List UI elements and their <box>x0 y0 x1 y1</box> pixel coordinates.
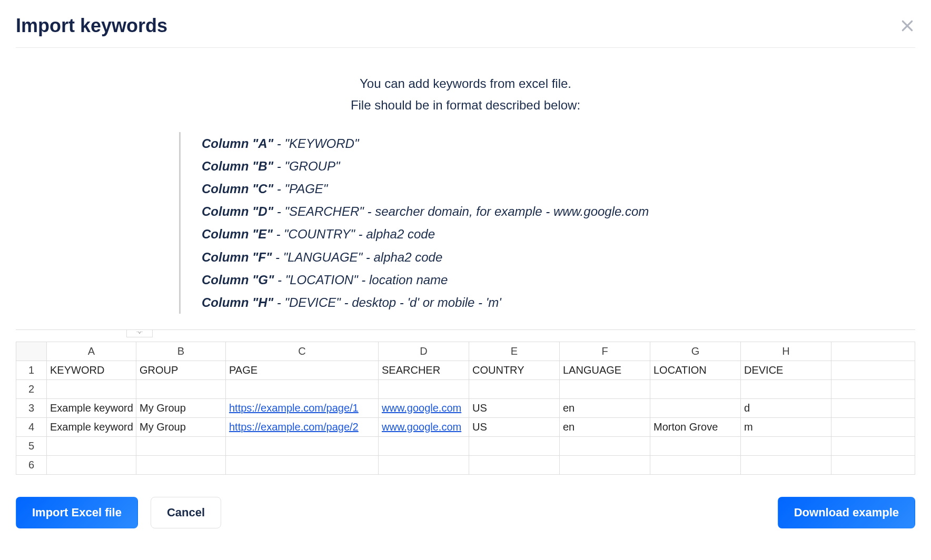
close-icon[interactable] <box>899 18 915 34</box>
sheet-cell: en <box>560 399 650 418</box>
sheet-link: https://example.com/page/2 <box>229 421 359 433</box>
table-row: 5 <box>16 437 915 456</box>
sheet-cell <box>831 380 915 399</box>
sheet-cell: en <box>560 418 650 437</box>
sheet-cell <box>469 456 560 475</box>
col-header-B: B <box>136 342 226 361</box>
sheet-cell <box>469 380 560 399</box>
sheet-cell: Example keyword <box>47 418 136 437</box>
format-col-d: Column "D" - "SEARCHER" - searcher domai… <box>202 200 649 223</box>
sheet-link: www.google.com <box>382 421 461 433</box>
example-spreadsheet: A B C D E F G H 1KEYWORDGROUPPAGESEARCHE… <box>16 342 915 475</box>
sheet-cell <box>136 456 226 475</box>
sheet-cell: LOCATION <box>650 361 741 380</box>
sheet-cell <box>831 437 915 456</box>
row-number: 5 <box>16 437 47 456</box>
format-col-f: Column "F" - "LANGUAGE" - alpha2 code <box>202 246 649 268</box>
sheet-cell: My Group <box>136 399 226 418</box>
sheet-cell: PAGE <box>226 361 379 380</box>
modal-header: Import keywords <box>16 0 915 48</box>
sheet-cell: https://example.com/page/1 <box>226 399 379 418</box>
col-header-D: D <box>379 342 469 361</box>
sheet-cell <box>650 456 741 475</box>
intro-line-1: You can add keywords from excel file. <box>351 73 580 95</box>
row-number: 1 <box>16 361 47 380</box>
table-row: 6 <box>16 456 915 475</box>
modal-actions: Import Excel file Cancel Download exampl… <box>16 475 915 528</box>
sheet-cell <box>741 380 831 399</box>
col-header-G: G <box>650 342 741 361</box>
table-row: 2 <box>16 380 915 399</box>
col-header-H: H <box>741 342 831 361</box>
table-row: 3Example keywordMy Grouphttps://example.… <box>16 399 915 418</box>
sheet-cell <box>831 361 915 380</box>
sheet-cell <box>650 380 741 399</box>
sheet-cell <box>47 456 136 475</box>
format-col-e: Column "E" - "COUNTRY" - alpha2 code <box>202 223 649 245</box>
row-number: 2 <box>16 380 47 399</box>
sheet-cell: www.google.com <box>379 399 469 418</box>
col-header-F: F <box>560 342 650 361</box>
sheet-corner <box>16 342 47 361</box>
sheet-cell <box>560 456 650 475</box>
sheet-cell: US <box>469 399 560 418</box>
sheet-cell <box>136 380 226 399</box>
format-col-a: Column "A" - "KEYWORD" <box>202 132 649 155</box>
sheet-cell <box>741 437 831 456</box>
page-title: Import keywords <box>16 15 167 37</box>
format-col-b: Column "B" - "GROUP" <box>202 155 649 177</box>
sheet-cell: COUNTRY <box>469 361 560 380</box>
sheet-cell: d <box>741 399 831 418</box>
sheet-link: https://example.com/page/1 <box>229 402 359 414</box>
row-number: 6 <box>16 456 47 475</box>
sheet-cell <box>379 437 469 456</box>
sheet-cell: m <box>741 418 831 437</box>
sheet-cell <box>741 456 831 475</box>
intro-text: You can add keywords from excel file. Fi… <box>351 73 580 116</box>
format-description: Column "A" - "KEYWORD" Column "B" - "GRO… <box>179 132 649 314</box>
spreadsheet-preview: A B C D E F G H 1KEYWORDGROUPPAGESEARCHE… <box>16 329 915 475</box>
download-example-button[interactable]: Download example <box>778 497 915 528</box>
sheet-cell: Example keyword <box>47 399 136 418</box>
row-number: 3 <box>16 399 47 418</box>
sheet-cell <box>831 399 915 418</box>
sheet-cell <box>650 437 741 456</box>
col-header-C: C <box>226 342 379 361</box>
col-header-A: A <box>47 342 136 361</box>
modal-content: You can add keywords from excel file. Fi… <box>16 48 915 475</box>
sheet-cell: KEYWORD <box>47 361 136 380</box>
import-excel-button[interactable]: Import Excel file <box>16 497 138 528</box>
sheet-cell: https://example.com/page/2 <box>226 418 379 437</box>
col-header-extra <box>831 342 915 361</box>
sheet-cell <box>560 437 650 456</box>
sheet-cell <box>560 380 650 399</box>
sheet-cell: DEVICE <box>741 361 831 380</box>
format-col-c: Column "C" - "PAGE" <box>202 177 649 200</box>
sheet-cell: LANGUAGE <box>560 361 650 380</box>
sheet-cell <box>469 437 560 456</box>
sheet-cell: SEARCHER <box>379 361 469 380</box>
sheet-cell <box>379 380 469 399</box>
sheet-link: www.google.com <box>382 402 461 414</box>
sheet-cell <box>831 456 915 475</box>
sheet-cell <box>47 380 136 399</box>
col-header-E: E <box>469 342 560 361</box>
row-number: 4 <box>16 418 47 437</box>
sheet-cell <box>47 437 136 456</box>
intro-line-2: File should be in format described below… <box>351 95 580 116</box>
sheet-cell: Morton Grove <box>650 418 741 437</box>
table-row: 4Example keywordMy Grouphttps://example.… <box>16 418 915 437</box>
sheet-cell <box>379 456 469 475</box>
sheet-cell <box>226 456 379 475</box>
cancel-button[interactable]: Cancel <box>151 497 221 528</box>
sheet-cell <box>226 437 379 456</box>
sheet-cell: www.google.com <box>379 418 469 437</box>
sheet-cell: GROUP <box>136 361 226 380</box>
sheet-cell <box>831 418 915 437</box>
sheet-cell <box>650 399 741 418</box>
table-row: 1KEYWORDGROUPPAGESEARCHERCOUNTRYLANGUAGE… <box>16 361 915 380</box>
format-col-h: Column "H" - "DEVICE" - desktop - 'd' or… <box>202 291 649 314</box>
sheet-cell: US <box>469 418 560 437</box>
format-col-g: Column "G" - "LOCATION" - location name <box>202 268 649 291</box>
sheet-cell <box>226 380 379 399</box>
